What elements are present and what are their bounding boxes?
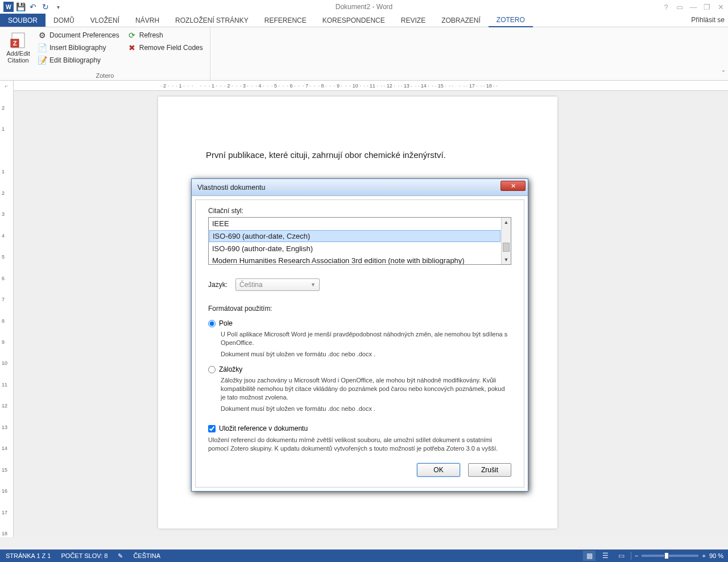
style-option-mhra[interactable]: Modern Humanities Research Association 3… [209, 255, 501, 264]
sign-in-link[interactable]: Přihlásit se [691, 16, 725, 24]
language-label: Jazyk: [208, 281, 228, 289]
dialog-title-text: Vlastnosti dokumentu [197, 184, 266, 192]
listbox-scrollbar[interactable]: ▲ ▼ [501, 218, 511, 264]
tab-home[interactable]: DOMŮ [46, 14, 82, 27]
citation-style-label: Citační styl: [208, 207, 511, 215]
tab-view[interactable]: ZOBRAZENÍ [433, 14, 489, 27]
page: První publikace, které cituji, zahrnují … [158, 97, 557, 528]
chevron-down-icon: ▼ [311, 282, 316, 288]
view-web-layout-icon[interactable]: ▭ [615, 551, 627, 561]
horizontal-ruler[interactable]: · 2 · · · 1 · · · · · · 1 · · · 2 · · · … [14, 81, 728, 91]
refresh-button[interactable]: ⟳ Refresh [125, 30, 205, 41]
tab-mailings[interactable]: KORESPONDENCE [315, 14, 393, 27]
document-preferences-button[interactable]: ⚙ Document Preferences [35, 30, 122, 41]
zoom-in-icon[interactable]: + [702, 552, 705, 559]
status-bar: STRÁNKA 1 Z 1 POČET SLOV: 8 ✎ ČEŠTINA ▦ … [0, 549, 728, 562]
ribbon-group-label: Zotero [0, 72, 210, 80]
title-bar: W 💾 ↶ ↻ ▾ Dokument2 - Word ? ▭ — ❐ ✕ [0, 0, 728, 14]
refresh-icon: ⟳ [127, 31, 136, 40]
insert-bib-label: Insert Bibliography [49, 44, 106, 52]
ribbon: Z Add/Edit Citation ⚙ Document Preferenc… [0, 27, 728, 81]
dialog-body: Citační styl: IEEE ISO-690 (author-date,… [195, 199, 524, 488]
style-option-ieee[interactable]: IEEE [209, 218, 501, 230]
radio-fields-row[interactable]: Pole [208, 319, 511, 327]
tab-layout[interactable]: ROZLOŽENÍ STRÁNKY [167, 14, 257, 27]
citation-style-listbox[interactable]: IEEE ISO-690 (author-date, Czech) ISO-69… [208, 217, 511, 265]
body-text[interactable]: První publikace, které cituji, zahrnují … [206, 150, 510, 160]
format-using-label: Formátovat použitím: [208, 305, 511, 313]
store-refs-label: Uložit reference v dokumentu [219, 424, 308, 432]
store-refs-desc: Uložení referencí do dokumentu mírně zvě… [208, 436, 511, 453]
minimize-icon[interactable]: — [688, 3, 698, 11]
bibliography-icon: 📄 [38, 43, 47, 52]
help-icon[interactable]: ? [661, 3, 671, 11]
ribbon-group-zotero: Z Add/Edit Citation ⚙ Document Preferenc… [0, 27, 210, 80]
ok-button[interactable]: OK [417, 463, 460, 477]
zoom-slider[interactable] [642, 555, 698, 557]
insert-bibliography-button[interactable]: 📄 Insert Bibliography [35, 42, 122, 53]
language-value: Čeština [239, 281, 263, 289]
doc-prefs-label: Document Preferences [49, 31, 119, 39]
quick-access-toolbar: W 💾 ↶ ↻ ▾ [0, 1, 64, 13]
tab-design[interactable]: NÁVRH [127, 14, 167, 27]
word-icon: W [3, 2, 14, 12]
dialog-close-button[interactable]: ✕ [500, 181, 526, 191]
save-icon[interactable]: 💾 [15, 1, 26, 13]
edit-bib-label: Edit Bibliography [49, 56, 101, 64]
radio-bookmarks[interactable] [208, 366, 216, 373]
tab-review[interactable]: REVIZE [393, 14, 433, 27]
store-refs-checkbox[interactable] [208, 425, 216, 432]
undo-icon[interactable]: ↶ [27, 1, 39, 13]
view-print-layout-icon[interactable]: ▦ [583, 551, 595, 561]
ruler-marks: · 2 · · · 1 · · · · · · 1 · · · 2 · · · … [160, 83, 498, 89]
workspace: 2 1 1 2 3 4 5 6 7 8 9 10 11 12 13 14 15 … [0, 91, 728, 537]
vertical-ruler[interactable]: 2 1 1 2 3 4 5 6 7 8 9 10 11 12 13 14 15 … [0, 91, 14, 537]
gear-icon: ⚙ [38, 31, 47, 40]
status-language[interactable]: ČEŠTINA [133, 552, 160, 559]
scroll-thumb[interactable] [503, 243, 510, 252]
tab-file[interactable]: SOUBOR [0, 14, 46, 27]
store-refs-row[interactable]: Uložit reference v dokumentu [208, 424, 511, 432]
remove-field-codes-button[interactable]: ✖ Remove Field Codes [125, 42, 205, 53]
tab-zotero[interactable]: ZOTERO [489, 14, 533, 27]
edit-bibliography-button[interactable]: 📝 Edit Bibliography [35, 55, 122, 66]
svg-text:Z: Z [13, 40, 17, 47]
fields-desc-1: U Polí aplikace Microsoft Word je menší … [221, 330, 511, 347]
status-words[interactable]: POČET SLOV: 8 [61, 552, 107, 559]
cancel-button[interactable]: Zrušit [468, 463, 511, 477]
ribbon-collapse-icon[interactable]: ˆ [722, 70, 725, 78]
radio-bookmarks-row[interactable]: Záložky [208, 365, 511, 373]
zoom-value[interactable]: 90 % [709, 552, 723, 559]
window-controls: ? ▭ — ❐ ✕ [661, 3, 726, 11]
redo-icon[interactable]: ↻ [40, 1, 51, 13]
zoom-thumb[interactable] [664, 552, 669, 559]
radio-fields[interactable] [208, 320, 216, 327]
edit-bib-icon: 📝 [38, 56, 47, 65]
fields-desc-2: Dokument musí být uložen ve formátu .doc… [221, 350, 511, 359]
ribbon-display-icon[interactable]: ▭ [675, 3, 685, 11]
qat-customize-icon[interactable]: ▾ [52, 1, 64, 13]
window-title: Dokument2 - Word [0, 3, 728, 11]
add-edit-citation-button[interactable]: Z Add/Edit Citation [5, 30, 32, 70]
document-area[interactable]: První publikace, které cituji, zahrnují … [14, 91, 728, 537]
style-option-iso690-english[interactable]: ISO-690 (author-date, English) [209, 243, 501, 255]
tab-references[interactable]: REFERENCE [257, 14, 315, 27]
scroll-down-icon[interactable]: ▼ [502, 255, 511, 264]
tab-insert[interactable]: VLOŽENÍ [82, 14, 127, 27]
restore-icon[interactable]: ❐ [702, 3, 712, 11]
radio-fields-label: Pole [219, 319, 233, 327]
language-combo[interactable]: Čeština ▼ [235, 278, 320, 291]
scroll-up-icon[interactable]: ▲ [502, 218, 511, 227]
zoom-out-icon[interactable]: − [635, 552, 638, 559]
close-icon[interactable]: ✕ [715, 3, 726, 11]
proofing-icon[interactable]: ✎ [118, 552, 123, 560]
citation-icon: Z [9, 31, 27, 49]
status-page[interactable]: STRÁNKA 1 Z 1 [6, 552, 51, 559]
style-option-iso690-czech[interactable]: ISO-690 (author-date, Czech) [209, 230, 500, 242]
refresh-label: Refresh [139, 31, 163, 39]
ribbon-tabs: SOUBOR DOMŮ VLOŽENÍ NÁVRH ROZLOŽENÍ STRÁ… [0, 14, 728, 27]
ruler-corner: ⌐ [0, 81, 14, 91]
view-read-mode-icon[interactable]: ☰ [599, 551, 611, 561]
dialog-title-bar[interactable]: Vlastnosti dokumentu ✕ [192, 179, 528, 196]
add-edit-citation-label: Add/Edit Citation [6, 50, 31, 64]
